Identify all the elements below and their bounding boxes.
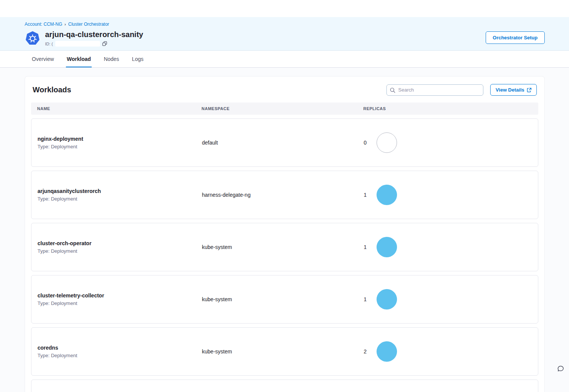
workload-name-cell: cluster-orch-operator Type: Deployment bbox=[38, 240, 202, 254]
column-header-name: NAME bbox=[37, 106, 202, 111]
breadcrumb: Account: CCM-NG › Cluster Orchestrator bbox=[25, 22, 545, 27]
tab-overview[interactable]: Overview bbox=[31, 51, 55, 67]
workload-name: arjunqasanityclusterorch bbox=[38, 188, 202, 194]
view-details-label: View Details bbox=[496, 87, 524, 93]
breadcrumb-account-link[interactable]: Account: CCM-NG bbox=[25, 22, 62, 27]
replicas-cell: 1 bbox=[364, 185, 532, 205]
table-row[interactable]: arjunqasanityclusterorch Type: Deploymen… bbox=[31, 171, 538, 219]
workload-name-cell: nginx-deployment Type: Deployment bbox=[38, 136, 202, 149]
orchestrator-setup-button[interactable]: Orchestrator Setup bbox=[486, 31, 545, 44]
replica-status-circle bbox=[377, 341, 397, 362]
workload-type: Type: Deployment bbox=[38, 196, 202, 202]
workload-type: Type: Deployment bbox=[38, 300, 202, 306]
workload-name: nginx-deployment bbox=[38, 136, 202, 142]
workload-namespace: default bbox=[202, 140, 364, 146]
replica-count: 1 bbox=[364, 192, 367, 198]
workload-namespace: kube-system bbox=[202, 244, 364, 250]
tab-nodes[interactable]: Nodes bbox=[103, 51, 120, 67]
workload-namespace: kube-system bbox=[202, 296, 364, 302]
replica-status-circle bbox=[377, 289, 397, 310]
workload-type: Type: Deployment bbox=[38, 144, 202, 149]
chat-bubble-icon[interactable] bbox=[557, 365, 564, 373]
cluster-header: Account: CCM-NG › Cluster Orchestrator a… bbox=[0, 17, 569, 51]
column-header-replicas: REPLICAS bbox=[363, 106, 532, 111]
workload-type: Type: Deployment bbox=[38, 353, 202, 358]
replicas-cell: 1 bbox=[364, 237, 532, 257]
main-content: Workloads View Details bbox=[0, 68, 569, 392]
workload-name-cell: arjunqasanityclusterorch Type: Deploymen… bbox=[38, 188, 202, 202]
workload-name-cell: coredns Type: Deployment bbox=[38, 345, 202, 358]
table-row[interactable]: nginx-deployment Type: Deployment defaul… bbox=[31, 118, 538, 167]
workload-name: cluster-orch-operator bbox=[38, 240, 202, 246]
replicas-cell: 2 bbox=[364, 341, 532, 362]
replicas-cell: 1 bbox=[364, 289, 532, 310]
table-row[interactable]: coredns Type: Deployment kube-system 2 bbox=[31, 327, 538, 376]
breadcrumb-section-link[interactable]: Cluster Orchestrator bbox=[68, 22, 109, 27]
workload-name: cluster-telemetry-collector bbox=[38, 292, 202, 299]
tab-workload[interactable]: Workload bbox=[66, 51, 92, 67]
replicas-cell: 0 bbox=[364, 132, 532, 153]
external-link-icon bbox=[527, 88, 531, 92]
cluster-id-redacted bbox=[55, 41, 100, 47]
replica-status-circle bbox=[377, 237, 397, 257]
copy-icon[interactable] bbox=[102, 41, 107, 46]
page-title: arjun-qa-clusterorch-sanity bbox=[45, 30, 486, 39]
workload-name: coredns bbox=[38, 345, 202, 351]
kubernetes-logo-icon bbox=[25, 31, 41, 47]
table-row[interactable]: cluster-telemetry-collector Type: Deploy… bbox=[31, 275, 538, 324]
cluster-id-label: ID: ( bbox=[45, 42, 53, 46]
replica-count: 1 bbox=[364, 244, 367, 250]
workloads-title: Workloads bbox=[33, 86, 71, 94]
workload-type: Type: Deployment bbox=[38, 248, 202, 254]
table-row-partial[interactable] bbox=[31, 380, 538, 392]
tab-logs[interactable]: Logs bbox=[131, 51, 144, 67]
workload-rows: nginx-deployment Type: Deployment defaul… bbox=[31, 118, 538, 376]
search-icon bbox=[390, 87, 395, 93]
column-header-namespace: NAMESPACE bbox=[202, 106, 363, 111]
search-input[interactable] bbox=[386, 84, 483, 96]
workloads-card: Workloads View Details bbox=[25, 76, 545, 392]
replica-count: 2 bbox=[364, 348, 367, 355]
table-row[interactable]: cluster-orch-operator Type: Deployment k… bbox=[31, 223, 538, 271]
view-details-button[interactable]: View Details bbox=[490, 84, 537, 96]
replica-status-circle bbox=[377, 132, 397, 153]
top-whitespace bbox=[0, 0, 569, 17]
replica-count: 0 bbox=[364, 140, 367, 146]
workload-name-cell: cluster-telemetry-collector Type: Deploy… bbox=[38, 292, 202, 306]
table-header: NAME NAMESPACE REPLICAS bbox=[31, 103, 538, 115]
replica-count: 1 bbox=[364, 296, 367, 302]
search-box bbox=[386, 84, 483, 96]
tab-bar: Overview Workload Nodes Logs bbox=[0, 51, 569, 68]
breadcrumb-chevron-icon: › bbox=[64, 22, 66, 26]
workload-namespace: kube-system bbox=[202, 348, 364, 355]
replica-status-circle bbox=[377, 185, 397, 205]
workload-namespace: harness-delegate-ng bbox=[202, 192, 364, 198]
